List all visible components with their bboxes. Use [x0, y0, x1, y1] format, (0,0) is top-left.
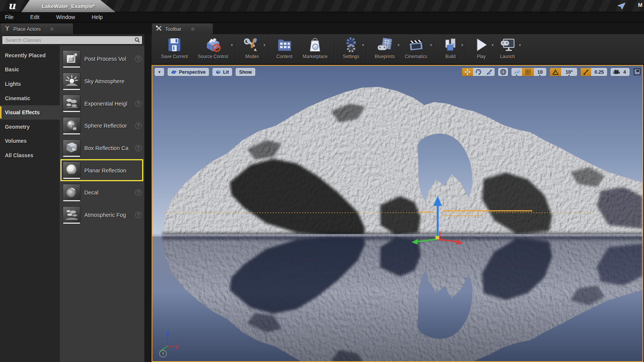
- titlebar[interactable]: u LakeWater_Example* M: [0, 0, 644, 12]
- play-button[interactable]: Play ▼: [469, 34, 494, 64]
- menu-edit[interactable]: Edit: [22, 12, 48, 22]
- category-visual-effects[interactable]: Visual Effects: [0, 105, 60, 120]
- help-icon[interactable]: ?: [135, 145, 142, 152]
- save-current-button[interactable]: Save Current: [156, 34, 193, 64]
- svg-text:u: u: [314, 45, 317, 49]
- build-button[interactable]: Build ▼: [438, 34, 464, 64]
- grid-snap-toggle-button[interactable]: [522, 68, 534, 76]
- rotation-snap-value[interactable]: 10° ▼: [561, 68, 577, 76]
- category-cinematic[interactable]: Cinematic: [0, 91, 60, 106]
- help-icon[interactable]: ?: [135, 189, 142, 196]
- toolbar-separator: [367, 36, 367, 62]
- level-tab[interactable]: LakeWater_Example*: [21, 0, 116, 12]
- lit-mode-button[interactable]: Lit: [212, 68, 233, 76]
- lit-cube-icon: [216, 70, 221, 74]
- actor-exponential-height-fog[interactable]: Exponential Heigl ?: [60, 92, 144, 115]
- category-basic[interactable]: Basic: [0, 63, 60, 77]
- level-viewport[interactable]: Z X ? ▼ Pers: [152, 65, 643, 362]
- grid-snap-group: ▼ 10 ▼: [511, 68, 547, 76]
- viewport-toolbar: ▼ Perspective Lit: [154, 68, 641, 77]
- settings-button[interactable]: Settings ▼: [338, 34, 364, 64]
- viewport-help-button[interactable]: ?: [160, 350, 166, 357]
- help-icon[interactable]: ?: [135, 122, 142, 129]
- actor-atmospheric-fog[interactable]: Atmospheric Fog ?: [60, 204, 144, 226]
- tab-place-actors[interactable]: Place Actors: [0, 23, 73, 34]
- dropdown-caret-icon[interactable]: ▼: [460, 43, 464, 47]
- modes-button[interactable]: Modes ▼: [239, 34, 266, 64]
- category-lights[interactable]: Lights: [0, 77, 60, 91]
- show-flags-button[interactable]: Show: [235, 68, 255, 76]
- move-tool-button[interactable]: [462, 68, 473, 76]
- camera-speed-button[interactable]: [611, 68, 622, 76]
- toolbar-tab-icon: [156, 25, 162, 33]
- actor-sphere-reflection-capture[interactable]: Sphere Reflectior ?: [60, 115, 144, 137]
- help-icon[interactable]: ?: [135, 100, 142, 107]
- cinematics-button[interactable]: Cinematics ▼: [400, 34, 432, 64]
- maximize-viewport-button[interactable]: [634, 68, 641, 75]
- dropdown-caret-icon[interactable]: ▼: [230, 43, 234, 47]
- chevron-down-icon: ▼: [158, 70, 161, 74]
- axis-z-label: Z: [166, 330, 169, 337]
- actor-box-reflection-capture[interactable]: Box Reflection Ca ?: [60, 137, 144, 160]
- decal-icon: [63, 184, 80, 201]
- launch-button[interactable]: Launch ▼: [494, 34, 521, 64]
- category-geometry[interactable]: Geometry: [0, 120, 60, 134]
- transform-tools-group: [462, 68, 495, 76]
- scale-tool-button[interactable]: [484, 68, 495, 76]
- toolbar-separator: [466, 36, 467, 62]
- tab-toolbar[interactable]: Toolbar: [152, 23, 213, 34]
- search-classes-input[interactable]: [2, 36, 142, 44]
- atmospheric-fog-icon: [63, 207, 80, 224]
- chevron-down-icon: ▼: [515, 74, 518, 76]
- category-recently-placed[interactable]: Recently Placed: [0, 48, 60, 63]
- blueprints-button[interactable]: Blueprints ▼: [370, 34, 400, 64]
- toolbar-tab-label: Toolbar: [165, 26, 182, 32]
- help-icon[interactable]: ?: [135, 55, 142, 62]
- menu-window[interactable]: Window: [48, 12, 84, 22]
- menu-help[interactable]: Help: [83, 12, 111, 22]
- marketplace-button[interactable]: u Marketplace: [298, 34, 332, 64]
- post-process-volume-icon: [63, 51, 80, 68]
- tab-pin-icon[interactable]: [191, 28, 194, 30]
- tab-pin-icon[interactable]: [51, 28, 53, 30]
- perspective-button[interactable]: Perspective: [167, 68, 209, 76]
- tab-strip: Place Actors Toolbar: [0, 22, 644, 34]
- place-actors-icon: [4, 25, 10, 33]
- scale-snap-value[interactable]: 0.25: [591, 68, 607, 76]
- actor-planar-reflection[interactable]: Planar Reflection: [60, 159, 144, 182]
- toolbar-separator: [236, 36, 236, 62]
- dropdown-caret-icon[interactable]: ▼: [429, 43, 433, 47]
- menu-file[interactable]: File: [0, 12, 22, 22]
- box-reflection-icon: [63, 140, 80, 157]
- viewport-options-button[interactable]: ▼: [154, 68, 165, 76]
- actor-post-process-volume[interactable]: Post Process Vol ?: [60, 48, 144, 70]
- sphere-reflection-icon: [63, 117, 80, 134]
- toolbar-separator: [335, 36, 335, 62]
- actor-decal[interactable]: Decal ?: [60, 182, 144, 204]
- actor-sky-atmosphere[interactable]: Sky Atmosphere: [60, 70, 144, 93]
- place-actors-tab-label: Place Actors: [13, 26, 41, 32]
- help-icon[interactable]: ?: [135, 212, 142, 218]
- category-all-classes[interactable]: All Classes: [0, 148, 60, 163]
- content-browser-icon: [276, 36, 293, 53]
- viewport-scene[interactable]: Z X ?: [152, 66, 642, 361]
- rotate-tool-button[interactable]: [473, 68, 484, 76]
- surface-snap-button[interactable]: ▼: [511, 68, 522, 76]
- source-control-button[interactable]: Source Control ▼: [193, 34, 233, 64]
- content-button[interactable]: Content: [271, 34, 298, 64]
- build-icon: [443, 36, 459, 53]
- globe-icon: [498, 68, 508, 76]
- scale-snap-toggle-button[interactable]: [581, 68, 591, 76]
- marketplace-icon: u: [307, 36, 323, 53]
- dropdown-caret-icon[interactable]: ▼: [361, 43, 365, 47]
- dropdown-caret-icon[interactable]: ▼: [263, 43, 266, 47]
- world-local-toggle-button[interactable]: [498, 68, 508, 76]
- camera-speed-value[interactable]: 4: [622, 68, 630, 76]
- source-control-icon: [204, 36, 222, 53]
- category-volumes[interactable]: Volumes: [0, 134, 60, 149]
- blueprints-icon: [376, 36, 394, 53]
- dropdown-caret-icon[interactable]: ▼: [518, 43, 522, 47]
- toolbar-separator: [268, 36, 269, 62]
- grid-snap-value[interactable]: 10 ▼: [534, 68, 546, 76]
- rotation-snap-toggle-button[interactable]: [550, 68, 561, 76]
